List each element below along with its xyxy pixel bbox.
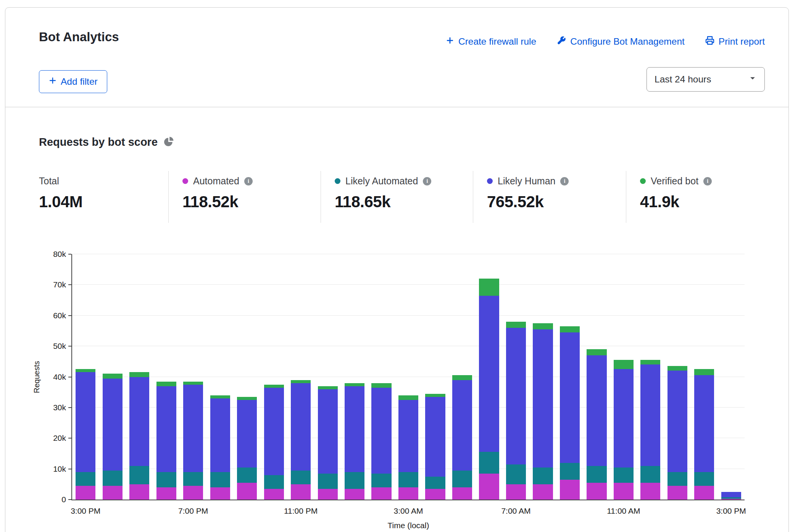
- bar-segment-automated[interactable]: [318, 489, 338, 500]
- bar-segment-verified-bot[interactable]: [183, 382, 203, 385]
- bar-segment-likely-automated[interactable]: [479, 452, 499, 473]
- bar-segment-likely-human[interactable]: [210, 398, 230, 472]
- bar-segment-likely-automated[interactable]: [156, 472, 176, 487]
- bar-segment-verified-bot[interactable]: [398, 395, 418, 400]
- bar-segment-likely-human[interactable]: [506, 328, 526, 464]
- bar-segment-likely-automated[interactable]: [318, 474, 338, 489]
- bar-segment-likely-human[interactable]: [694, 375, 714, 472]
- bar-segment-likely-human[interactable]: [587, 355, 606, 466]
- stat-likely-human[interactable]: Likely Human i 765.52k: [473, 171, 626, 223]
- bar-segment-likely-automated[interactable]: [264, 475, 284, 489]
- bar-segment-verified-bot[interactable]: [129, 372, 149, 377]
- bar-segment-automated[interactable]: [76, 486, 95, 500]
- bar-segment-verified-bot[interactable]: [614, 360, 634, 369]
- stacked-bar-5-00-am[interactable]: [452, 375, 472, 500]
- bar-segment-likely-automated[interactable]: [398, 472, 418, 487]
- bar-segment-verified-bot[interactable]: [103, 374, 123, 378]
- bar-segment-likely-human[interactable]: [640, 364, 660, 466]
- stacked-bar-7-00-pm[interactable]: [183, 382, 203, 500]
- bar-segment-likely-human[interactable]: [291, 383, 311, 471]
- stat-automated[interactable]: Automated i 118.52k: [168, 171, 321, 223]
- bar-segment-likely-human[interactable]: [614, 369, 634, 467]
- bar-segment-likely-human[interactable]: [237, 400, 257, 468]
- stacked-bar-1-00-am[interactable]: [345, 383, 364, 500]
- bar-segment-likely-human[interactable]: [533, 329, 553, 468]
- bar-segment-likely-human[interactable]: [398, 400, 418, 472]
- bar-segment-likely-human[interactable]: [425, 397, 445, 477]
- create-firewall-rule-link[interactable]: Create firewall rule: [446, 36, 536, 47]
- stacked-bar-3-00-am[interactable]: [398, 395, 418, 500]
- bar-segment-automated[interactable]: [156, 487, 176, 500]
- stacked-bar-9-00-am[interactable]: [560, 326, 580, 500]
- bar-segment-verified-bot[interactable]: [291, 380, 311, 383]
- bar-segment-automated[interactable]: [614, 483, 634, 500]
- bar-segment-likely-human[interactable]: [76, 372, 95, 472]
- stacked-bar-6-00-am[interactable]: [479, 279, 499, 500]
- info-icon[interactable]: i: [560, 177, 569, 185]
- bar-segment-likely-human[interactable]: [103, 379, 123, 471]
- stacked-bar-4-00-pm[interactable]: [103, 374, 123, 500]
- bar-segment-likely-human[interactable]: [452, 380, 472, 471]
- stacked-bar-8-00-am[interactable]: [533, 323, 553, 500]
- stat-likely-automated[interactable]: Likely Automated i 118.65k: [321, 171, 473, 223]
- bar-segment-verified-bot[interactable]: [345, 383, 364, 386]
- stacked-bar-6-00-pm[interactable]: [156, 382, 176, 500]
- bar-segment-verified-bot[interactable]: [76, 369, 95, 372]
- bar-segment-automated[interactable]: [694, 486, 714, 500]
- bar-segment-verified-bot[interactable]: [425, 394, 445, 397]
- bar-segment-automated[interactable]: [452, 487, 472, 500]
- stacked-bar-7-00-am[interactable]: [506, 322, 526, 500]
- stacked-bar-11-00-pm[interactable]: [291, 380, 311, 500]
- bar-segment-likely-automated[interactable]: [533, 468, 553, 484]
- bar-segment-verified-bot[interactable]: [479, 279, 499, 295]
- bar-segment-verified-bot[interactable]: [264, 385, 284, 388]
- bar-segment-likely-automated[interactable]: [76, 472, 95, 486]
- bar-segment-likely-human[interactable]: [264, 388, 284, 475]
- stacked-bar-5-00-pm[interactable]: [129, 372, 149, 500]
- bar-segment-likely-automated[interactable]: [129, 466, 149, 484]
- bar-segment-likely-human[interactable]: [479, 296, 499, 452]
- bar-segment-automated[interactable]: [183, 486, 203, 500]
- stacked-bar-10-00-am[interactable]: [587, 349, 606, 500]
- stacked-bar-12-00-am[interactable]: [318, 386, 338, 500]
- bar-segment-automated[interactable]: [721, 499, 741, 500]
- bar-segment-verified-bot[interactable]: [452, 375, 472, 380]
- stacked-bar-3-00-pm[interactable]: [721, 492, 741, 500]
- bar-segment-verified-bot[interactable]: [237, 397, 257, 400]
- bar-segment-likely-automated[interactable]: [291, 471, 311, 484]
- bar-segment-likely-human[interactable]: [560, 332, 580, 463]
- stat-verified-bot[interactable]: Verified bot i 41.9k: [626, 171, 752, 223]
- stacked-bar-3-00-pm[interactable]: [76, 369, 95, 500]
- bar-segment-automated[interactable]: [667, 486, 687, 500]
- bar-segment-verified-bot[interactable]: [533, 323, 553, 329]
- stacked-bar-11-00-am[interactable]: [614, 360, 634, 500]
- bar-segment-verified-bot[interactable]: [640, 360, 660, 364]
- bar-segment-verified-bot[interactable]: [560, 326, 580, 332]
- bar-segment-automated[interactable]: [479, 474, 499, 500]
- bar-segment-automated[interactable]: [129, 484, 149, 500]
- bar-segment-automated[interactable]: [533, 484, 553, 500]
- bar-segment-automated[interactable]: [291, 484, 311, 500]
- info-icon[interactable]: i: [244, 177, 253, 185]
- bar-segment-automated[interactable]: [237, 483, 257, 500]
- bar-segment-likely-automated[interactable]: [210, 472, 230, 487]
- bar-segment-verified-bot[interactable]: [694, 369, 714, 375]
- bar-segment-automated[interactable]: [264, 489, 284, 500]
- stacked-bar-8-00-pm[interactable]: [210, 395, 230, 500]
- stacked-bar-12-00-pm[interactable]: [640, 360, 660, 500]
- bar-segment-likely-automated[interactable]: [587, 466, 606, 483]
- bar-segment-likely-human[interactable]: [667, 371, 687, 472]
- info-icon[interactable]: i: [423, 177, 431, 185]
- configure-bot-management-link[interactable]: Configure Bot Management: [557, 36, 685, 47]
- info-icon[interactable]: i: [703, 177, 712, 185]
- bar-segment-automated[interactable]: [425, 489, 445, 500]
- bar-segment-likely-automated[interactable]: [237, 468, 257, 483]
- bar-segment-likely-human[interactable]: [721, 492, 741, 497]
- bar-segment-likely-automated[interactable]: [425, 477, 445, 489]
- bar-segment-automated[interactable]: [587, 483, 606, 500]
- bar-segment-likely-human[interactable]: [318, 389, 338, 474]
- bar-segment-automated[interactable]: [345, 489, 364, 500]
- bar-segment-likely-human[interactable]: [371, 388, 391, 474]
- bar-segment-automated[interactable]: [640, 483, 660, 500]
- bar-segment-likely-human[interactable]: [156, 386, 176, 472]
